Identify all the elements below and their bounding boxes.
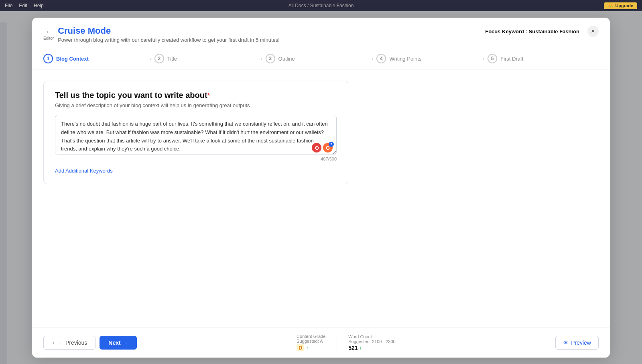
step-1-label: Blog Context [56,56,89,62]
step-title[interactable]: 2 Title › [154,54,266,63]
next-button[interactable]: Next → [100,336,136,350]
step-4-circle: 4 [376,54,386,63]
step-outline[interactable]: 3 Outline › [266,54,377,63]
required-marker: * [207,92,210,99]
wordcount-arrow-up-icon: ↑ [360,345,362,351]
crown-icon: 👑 [608,3,614,8]
top-bar: File Edit Help All Docs / Sustainable Fa… [0,0,642,11]
previous-button[interactable]: ← ← Previous [43,336,95,350]
context-textarea[interactable] [55,115,337,155]
word-count-label: Word Count [348,334,372,339]
preview-button[interactable]: 👁 Preview [555,336,599,350]
content-grade-stat: Content Grade Suggested: A D ↑ [297,334,325,351]
g2-icon[interactable]: G2 [323,143,333,153]
step-writing-points[interactable]: 4 Writing Points › [376,54,488,63]
focus-keyword: Focus Keyword : Sustainable Fashion [485,28,579,35]
modal-body: Tell us the topic you want to write abou… [32,69,610,327]
step-1-chevron: › [149,55,154,62]
step-2-chevron: › [260,55,266,62]
step-3-label: Outline [278,56,295,62]
back-button[interactable]: ← Editor [43,28,54,41]
step-2-circle: 2 [154,54,164,63]
char-count: 407/500 [55,157,337,161]
step-2-label: Title [167,56,177,62]
modal-title: Cruise Mode [58,26,280,36]
step-4-chevron: › [483,55,488,62]
step-blog-context[interactable]: 1 Blog Context › [43,54,154,63]
step-3-circle: 3 [266,54,275,63]
step-1-circle: 1 [43,54,53,63]
word-count-suggested: Suggested: 2100 - 2300 [348,339,395,344]
footer-center: Content Grade Suggested: A D ↑ Word Coun… [297,334,396,351]
cruise-mode-modal: ← Editor Cruise Mode Power through blog … [32,18,610,358]
modal-overlay: ← Editor Cruise Mode Power through blog … [0,11,642,364]
top-bar-right: 👑 Upgrade [604,2,637,9]
prev-arrow-icon: ← [52,340,57,346]
header-right: Focus Keyword : Sustainable Fashion × [485,26,599,37]
close-icon: × [591,28,595,35]
breadcrumb: All Docs / Sustainable Fashion [288,3,354,8]
step-4-label: Writing Points [389,56,421,62]
menu-edit[interactable]: Edit [19,3,27,8]
back-arrow-icon: ← [45,28,52,35]
blog-context-form: Tell us the topic you want to write abou… [43,81,348,184]
modal-header-top: ← Editor Cruise Mode Power through blog … [43,26,599,43]
step-5-label: First Draft [500,56,523,62]
title-block: Cruise Mode Power through blog writing w… [58,26,280,43]
close-button[interactable]: × [587,26,599,37]
modal-header: ← Editor Cruise Mode Power through blog … [32,18,610,48]
top-bar-left: File Edit Help [5,3,44,8]
word-count-stat: Word Count Suggested: 2100 - 2300 521 ↑ [348,334,395,351]
steps-navigation: 1 Blog Context › 2 Title › 3 Outline › 4… [32,48,610,69]
textarea-wrapper: ⊙ G2 [55,115,337,157]
word-count-value: 521 ↑ [348,345,362,351]
preview-icon: 👁 [563,340,569,346]
menu-file[interactable]: File [5,3,12,8]
step-first-draft[interactable]: 5 First Draft [488,54,599,63]
upgrade-button[interactable]: 👑 Upgrade [604,2,637,9]
content-grade-value: D ↑ [297,344,308,351]
form-title: Tell us the topic you want to write abou… [55,91,337,100]
content-grade-suggested: Suggested: A [297,339,323,344]
target-icon[interactable]: ⊙ [312,143,321,153]
modal-subtitle: Power through blog writing with our care… [58,37,280,43]
form-description: Giving a brief description of your blog … [55,102,337,108]
modal-footer: ← ← Previous Next → Content Grade Sugges… [32,327,610,358]
step-3-chevron: › [372,55,377,62]
step-5-circle: 5 [488,54,497,63]
content-grade-label: Content Grade [297,334,325,339]
menu-help[interactable]: Help [34,3,44,8]
grade-badge: D [297,344,304,351]
grade-arrow-up-icon: ↑ [306,345,308,351]
add-keywords-link[interactable]: Add Additional Keywords [55,168,113,174]
footer-divider [337,336,337,350]
modal-title-area: ← Editor Cruise Mode Power through blog … [43,26,280,43]
footer-left: ← ← Previous Next → [43,336,137,350]
textarea-icons: ⊙ G2 [312,143,333,153]
